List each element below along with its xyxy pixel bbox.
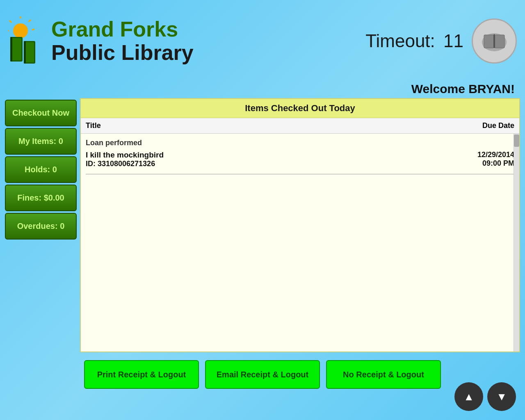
scroll-up-button[interactable]: ▲ [454, 382, 483, 411]
bottom-bar: Print Receipt & Logout Email Receipt & L… [0, 352, 525, 393]
welcome-text: Welcome BRYAN! [411, 82, 515, 96]
loan-section-label: Loan performed [86, 139, 514, 147]
content-panel: Items Checked Out Today Title Due Date L… [80, 98, 520, 352]
no-receipt-button[interactable]: No Receipt & Logout [326, 360, 441, 389]
logo-area: Grand Forks Public Library [8, 14, 194, 68]
header-right: Timeout: 11 [365, 18, 517, 64]
print-receipt-button[interactable]: Print Receipt & Logout [84, 360, 199, 389]
timeout-label: Timeout: [365, 31, 435, 51]
svg-rect-7 [11, 38, 21, 60]
svg-rect-10 [10, 37, 12, 62]
scrollbar[interactable] [514, 134, 519, 352]
library-name: Grand Forks Public Library [51, 18, 194, 64]
loan-item-title-block: I kill the mockingbird ID: 3310800627132… [86, 151, 164, 168]
up-arrow-icon: ▲ [463, 390, 474, 403]
panel-column-headers: Title Due Date [81, 118, 519, 134]
loan-item-due-date: 12/29/2014 [477, 151, 514, 159]
loan-divider [86, 174, 514, 174]
svg-line-4 [9, 21, 11, 23]
loan-item: I kill the mockingbird ID: 3310800627132… [86, 151, 514, 174]
loan-item-due: 12/29/2014 09:00 PM [477, 151, 514, 168]
down-arrow-icon: ▼ [496, 390, 507, 403]
timeout-display: Timeout: 11 [365, 31, 463, 51]
panel-body: Loan performed I kill the mockingbird ID… [81, 134, 519, 352]
library-name-line1: Grand Forks [51, 18, 194, 41]
svg-line-2 [29, 20, 31, 22]
my-items-button[interactable]: My Items: 0 [5, 128, 77, 155]
col-title: Title [86, 121, 101, 130]
svg-rect-9 [25, 42, 34, 62]
library-logo [8, 14, 45, 68]
svg-rect-11 [24, 41, 26, 64]
checkout-now-button[interactable]: Checkout Now [5, 100, 77, 126]
loan-item-title: I kill the mockingbird [86, 151, 164, 160]
svg-point-0 [13, 23, 28, 38]
svg-line-3 [32, 29, 34, 30]
main-layout: Checkout Now My Items: 0 Holds: 0 Fines:… [0, 98, 525, 352]
book-icon [472, 18, 517, 64]
scroll-down-button[interactable]: ▼ [487, 382, 516, 411]
col-due-date: Due Date [482, 121, 514, 130]
overdues-button[interactable]: Overdues: 0 [5, 213, 77, 240]
svg-rect-14 [495, 35, 504, 48]
svg-rect-13 [484, 35, 494, 48]
timeout-value: 11 [443, 31, 463, 51]
loan-item-id: ID: 33108006271326 [86, 160, 164, 168]
sidebar: Checkout Now My Items: 0 Holds: 0 Fines:… [5, 98, 77, 352]
loan-item-row: I kill the mockingbird ID: 3310800627132… [86, 151, 514, 168]
panel-title: Items Checked Out Today [81, 99, 519, 118]
panel-title-text: Items Checked Out Today [245, 103, 355, 113]
welcome-bar: Welcome BRYAN! [0, 82, 525, 98]
loan-item-due-time: 09:00 PM [477, 159, 514, 168]
email-receipt-button[interactable]: Email Receipt & Logout [205, 360, 320, 389]
holds-button[interactable]: Holds: 0 [5, 156, 77, 183]
header: Grand Forks Public Library Timeout: 11 [0, 0, 525, 82]
fines-button[interactable]: Fines: $0.00 [5, 185, 77, 211]
library-name-line2: Public Library [51, 41, 194, 64]
loan-section-label-text: Loan performed [86, 139, 142, 147]
nav-arrows: ▲ ▼ [454, 382, 516, 411]
